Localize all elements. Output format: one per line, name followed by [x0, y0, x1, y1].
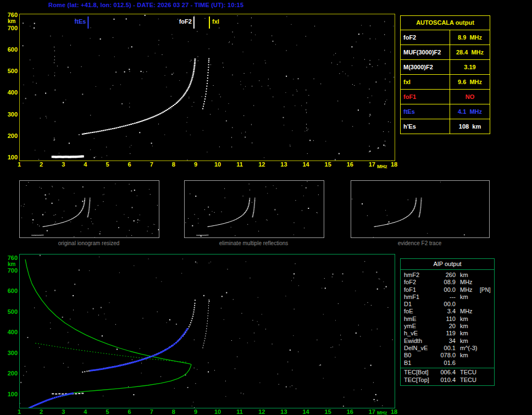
marker-label-fxi: fxI	[212, 19, 219, 25]
aip-row-note: [PN]	[480, 286, 490, 294]
station-date-header: Rome (lat: +41.8, lon: 012.5) - DATE: 20…	[48, 2, 243, 8]
thumbnail-caption-2: eliminate multiple reflections	[184, 240, 323, 246]
main-x-tick-2: 2	[36, 162, 47, 168]
profile-x-tick-5: 5	[102, 409, 113, 415]
aip-row-unit: MHz	[460, 308, 479, 315]
f2-ordinary-trace-layer	[82, 59, 196, 135]
profile-y-tick-600: 600	[2, 288, 18, 294]
profile-y-tick-500: 500	[2, 309, 18, 315]
aip-row-value: 00.1	[434, 345, 456, 352]
profile-y-axis-unit: km	[8, 262, 15, 267]
aip-row-label: TEC[Top]	[404, 377, 434, 384]
autoscala-table-rows: foF28.9 MHzMUF(3000)F228.4 MHzM(3000)F23…	[401, 30, 490, 134]
autoscala-output-table: AUTOSCALA output foF28.9 MHzMUF(3000)F22…	[400, 15, 490, 134]
aip-row-value: 110	[434, 316, 456, 323]
noise-layer	[352, 182, 465, 237]
autoscala-row-label: h'Es	[401, 119, 450, 134]
autoscala-row-ftes: ftEs4.1 MHz	[401, 104, 490, 119]
aip-row-b0: B0078.0km	[401, 352, 494, 359]
aip-row-unit	[460, 359, 479, 367]
profile-x-tick-18: 18	[389, 409, 400, 415]
aip-row-unit: km	[460, 294, 479, 301]
es-trace-layer	[31, 235, 43, 235]
main-x-tick-15: 15	[323, 162, 334, 168]
aip-row-label: h_vE	[404, 330, 434, 337]
main-x-tick-11: 11	[234, 162, 245, 168]
profile-x-tick-9: 9	[190, 409, 201, 415]
aip-row-label: hmF2	[404, 272, 434, 279]
thumbnail-caption-3: evidence F2 trace	[351, 240, 489, 246]
aip-row-unit: km	[460, 316, 479, 323]
profile-y-tick-700: 700	[2, 268, 18, 274]
autoscala-row-value: 9.6 MHz	[450, 75, 490, 89]
aip-row-value: 00.0	[434, 301, 456, 308]
aip-row-value: 3.4	[434, 308, 456, 315]
aip-row-value: 078.0	[434, 352, 456, 359]
main-x-tick-6: 6	[124, 162, 135, 168]
aip-row-value: 119	[434, 330, 456, 337]
autoscala-app-window: Rome (lat: +41.8, lon: 012.5) - DATE: 20…	[0, 0, 532, 415]
autoscala-row-h-es: h'Es108 km	[401, 119, 490, 134]
profile-ionogram-canvas	[20, 254, 395, 408]
main-x-tick-7: 7	[146, 162, 157, 168]
main-ionogram-canvas	[20, 14, 395, 161]
aip-row-yme: ymE20km	[401, 323, 494, 330]
aip-row-fof2: foF208.9MHz	[401, 279, 494, 286]
main-x-tick-3: 3	[58, 162, 69, 168]
restored-f2-trace-layer	[90, 328, 189, 372]
main-x-tick-12: 12	[256, 162, 267, 168]
profile-x-tick-3: 3	[58, 409, 69, 415]
aip-row-label: ymE	[404, 323, 434, 330]
es-trace-layer	[52, 156, 84, 158]
main-y-tick-100: 100	[2, 154, 18, 161]
aip-row-unit: TECU	[460, 377, 479, 384]
aip-row-hmf1: hmF1---km	[401, 294, 494, 301]
autoscala-row-label: MUF(3000)F2	[401, 45, 450, 59]
thumbnail-multiple-reflections	[184, 180, 324, 238]
noise-layer	[21, 182, 159, 237]
main-x-tick-17: 17	[367, 162, 378, 168]
aip-row-fof1: foF100.0MHz[PN]	[401, 286, 494, 294]
aip-row-label: TEC[Bot]	[404, 369, 434, 377]
main-x-tick-8: 8	[168, 162, 179, 168]
profile-y-tick-100: 100	[2, 391, 18, 397]
autoscala-row-label: foF1	[401, 90, 450, 104]
main-x-tick-13: 13	[278, 162, 289, 168]
aip-row-value: 00.0	[434, 286, 456, 294]
aip-row-unit: km	[460, 330, 479, 337]
aip-row-unit: TECU	[460, 369, 479, 377]
aip-row-b1: B101.6	[401, 359, 494, 367]
thumbnail-caption-1: original ionogram resized	[19, 240, 158, 246]
profile-x-tick-13: 13	[278, 409, 289, 415]
aip-row-unit: m^(-3)	[460, 345, 479, 352]
profile-y-tick-300: 300	[2, 350, 18, 356]
main-x-tick-18: 18	[389, 162, 400, 168]
restored-e-trace-layer	[25, 392, 74, 408]
autoscala-row-value: 8.9 MHz	[450, 30, 490, 45]
autoscala-row-value: 4.1 MHz	[450, 104, 490, 119]
profile-y-tick-200: 200	[2, 370, 18, 377]
aip-row-label: foF2	[404, 279, 434, 286]
profile-x-tick-16: 16	[345, 409, 356, 415]
thumbnail-original-ionogram	[19, 180, 159, 238]
aip-row-unit: km	[460, 352, 479, 359]
ionogram-plot-profile	[19, 254, 395, 408]
noise-layer	[185, 181, 319, 237]
main-x-tick-4: 4	[80, 162, 91, 168]
main-x-tick-14: 14	[301, 162, 312, 168]
thumbnail-canvas-f2	[351, 181, 489, 237]
thumbnail-canvas-filtered	[185, 181, 324, 237]
aip-row-unit: km	[460, 337, 479, 345]
profile-x-tick-11: 11	[234, 409, 245, 415]
main-y-tick-500: 500	[2, 68, 18, 74]
profile-x-tick-17: 17	[367, 409, 378, 415]
main-y-axis-unit: km	[8, 19, 15, 24]
main-x-axis-unit: MHz	[377, 164, 387, 169]
f2-ordinary-trace-layer	[207, 198, 250, 227]
aip-row-value: 006.4	[434, 369, 456, 377]
aip-row-label: B0	[404, 352, 434, 359]
aip-row-unit	[460, 301, 479, 308]
aip-row-label: foE	[404, 308, 434, 315]
aip-table-rows: hmF2260kmfoF208.9MHzfoF100.0MHz[PN]hmF1-…	[401, 270, 494, 384]
autoscala-row-value: 3.19	[450, 60, 490, 74]
